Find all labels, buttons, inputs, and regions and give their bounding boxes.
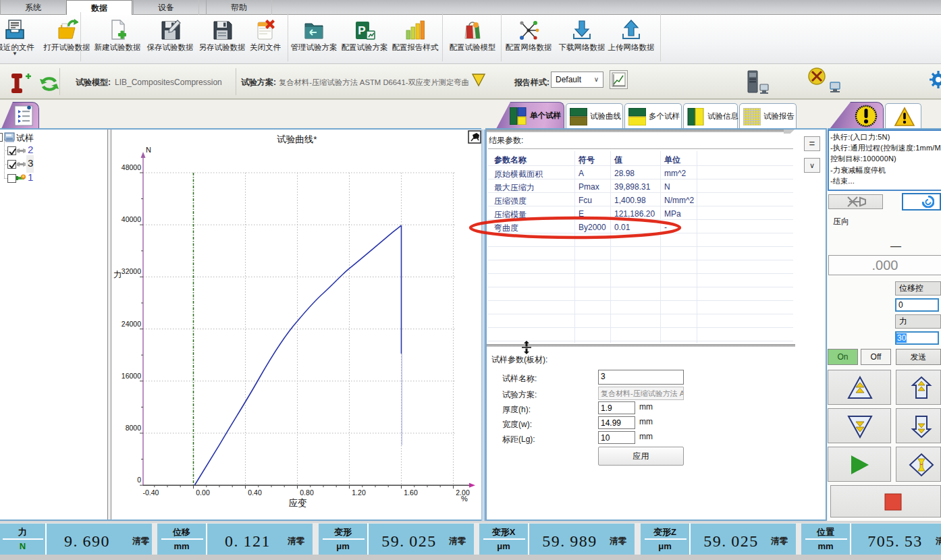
- svg-text:8000: 8000: [126, 424, 142, 432]
- svg-text:48000: 48000: [122, 163, 141, 171]
- svg-text:32000: 32000: [122, 267, 141, 275]
- svg-text:0.40: 0.40: [248, 488, 262, 497]
- svg-text:1.20: 1.20: [352, 488, 366, 497]
- svg-text:N: N: [146, 146, 151, 154]
- svg-text:试验曲线*: 试验曲线*: [277, 134, 317, 144]
- svg-text:力: 力: [113, 270, 122, 279]
- svg-text:24000: 24000: [122, 320, 141, 328]
- svg-text:%: %: [461, 495, 468, 503]
- svg-text:0.80: 0.80: [300, 488, 314, 497]
- svg-text:16000: 16000: [122, 372, 141, 380]
- svg-text:0: 0: [137, 476, 141, 484]
- svg-text:-0.40: -0.40: [143, 488, 159, 497]
- svg-text:P: P: [358, 24, 365, 37]
- svg-text:应变: 应变: [289, 498, 307, 508]
- svg-text:1.60: 1.60: [404, 488, 418, 497]
- svg-text:40000: 40000: [122, 215, 141, 223]
- svg-text:0.00: 0.00: [196, 488, 210, 497]
